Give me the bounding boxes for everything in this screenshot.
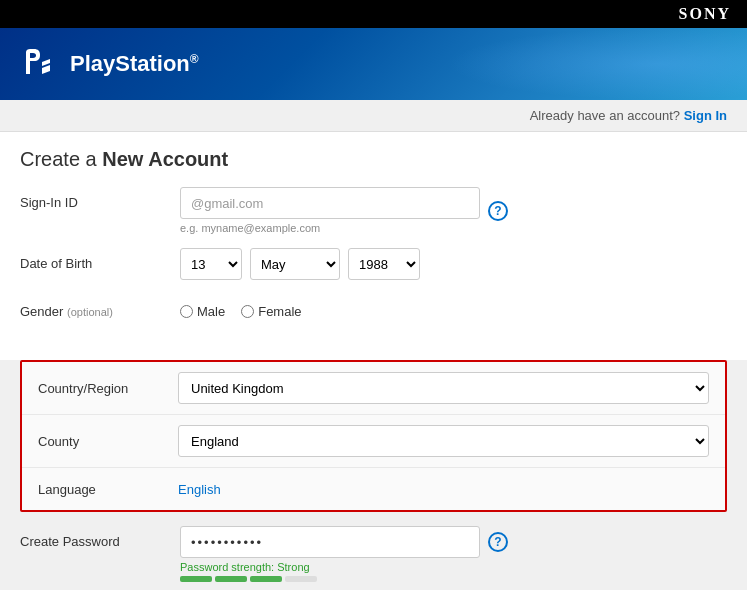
language-label: Language [38,482,178,497]
top-bar: SONY [0,0,747,28]
dob-controls: 13 May 1988 [180,248,727,280]
country-control: United Kingdom United States Germany Fra… [178,372,709,404]
county-select[interactable]: England Scotland Wales Northern Ireland [178,425,709,457]
gender-radio-group: Male Female [180,296,302,319]
strength-bar-4 [285,576,317,582]
language-value: English [178,477,221,502]
signin-id-hint: e.g. myname@example.com [180,222,480,234]
page-title: Create a New Account [20,148,727,171]
signin-id-input[interactable] [180,187,480,219]
country-label: Country/Region [38,381,178,396]
dob-month-select[interactable]: May [250,248,340,280]
header: PlayStation® [0,28,747,100]
dob-day-select[interactable]: 13 [180,248,242,280]
country-select[interactable]: United Kingdom United States Germany Fra… [178,372,709,404]
signin-id-controls: e.g. myname@example.com ? [180,187,727,234]
strength-bars [180,576,727,582]
ps-text: PlayStation® [70,51,199,77]
account-bar: Already have an account? Sign In [0,100,747,132]
county-label: County [38,434,178,449]
location-section: Country/Region United Kingdom United Sta… [20,360,727,512]
sony-logo: SONY [679,5,731,23]
language-control: English [178,480,709,498]
language-row: Language English [22,468,725,510]
gender-label: Gender (optional) [20,296,180,319]
strength-bar-3 [250,576,282,582]
password-section: Create Password ? Password strength: Str… [0,526,747,590]
signin-id-row: Sign-In ID e.g. myname@example.com ? [20,187,727,234]
county-control: England Scotland Wales Northern Ireland [178,425,709,457]
strength-bar-2 [215,576,247,582]
form-section: Create a New Account Sign-In ID e.g. myn… [0,132,747,360]
dob-year-select[interactable]: 1988 [348,248,420,280]
gender-female-label[interactable]: Female [241,304,301,319]
create-password-input-row: ? [180,526,727,558]
signin-id-help-icon[interactable]: ? [488,201,508,221]
gender-male-radio[interactable] [180,305,193,318]
create-password-label: Create Password [20,526,180,549]
country-row: Country/Region United Kingdom United Sta… [22,362,725,415]
county-row: County England Scotland Wales Northern I… [22,415,725,468]
password-help-icon[interactable]: ? [488,532,508,552]
ps-icon [20,44,60,84]
already-account-text: Already have an account? [530,108,680,123]
strength-bar-1 [180,576,212,582]
password-strength-text: Password strength: Strong [180,561,727,573]
signin-id-label: Sign-In ID [20,187,180,210]
dob-label: Date of Birth [20,248,180,271]
sign-in-link[interactable]: Sign In [684,108,727,123]
create-password-input[interactable] [180,526,480,558]
gender-male-label[interactable]: Male [180,304,225,319]
create-password-row: Create Password ? Password strength: Str… [20,526,727,582]
playstation-logo: PlayStation® [20,44,199,84]
create-password-controls: ? Password strength: Strong [180,526,727,582]
gender-controls: Male Female [180,296,727,319]
ps-sup: ® [190,52,199,66]
dob-row: Date of Birth 13 May 1988 [20,248,727,282]
gender-female-radio[interactable] [241,305,254,318]
gender-row: Gender (optional) Male Female [20,296,727,330]
